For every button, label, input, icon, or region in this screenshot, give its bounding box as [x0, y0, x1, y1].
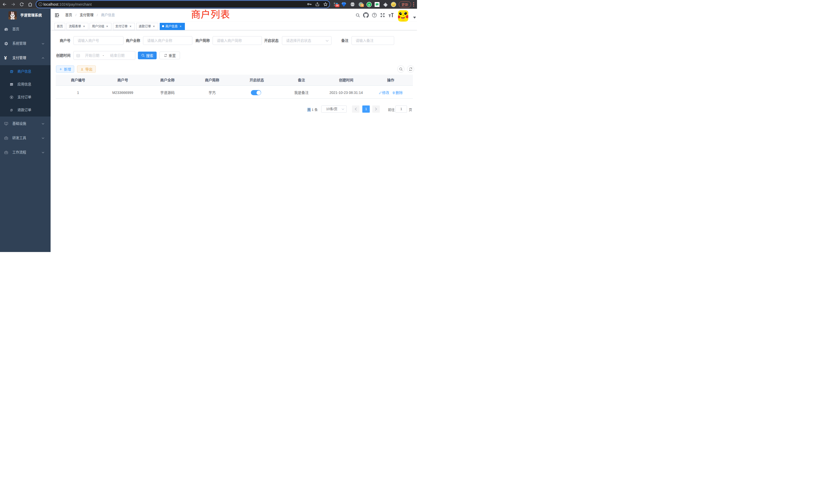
svg-text:y: y — [368, 3, 370, 6]
